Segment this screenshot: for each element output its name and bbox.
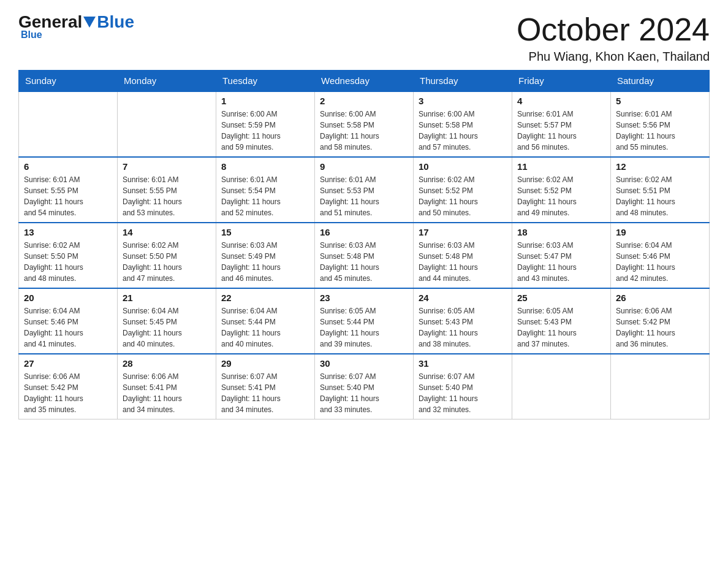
day-number: 30 [320,358,408,369]
logo: General Blue Blue [18,12,134,40]
calendar-cell: 31Sunrise: 6:07 AM Sunset: 5:40 PM Dayli… [414,354,512,419]
calendar-cell: 3Sunrise: 6:00 AM Sunset: 5:58 PM Daylig… [414,91,512,157]
logo-blue-text: Blue [97,12,134,32]
calendar-cell: 15Sunrise: 6:03 AM Sunset: 5:49 PM Dayli… [216,223,315,288]
day-number: 1 [221,96,309,106]
calendar-cell: 18Sunrise: 6:03 AM Sunset: 5:47 PM Dayli… [512,223,611,288]
day-number: 20 [24,293,112,303]
day-info: Sunrise: 6:02 AM Sunset: 5:50 PM Dayligh… [24,240,112,284]
calendar-cell: 30Sunrise: 6:07 AM Sunset: 5:40 PM Dayli… [315,354,414,419]
calendar-week-2: 6Sunrise: 6:01 AM Sunset: 5:55 PM Daylig… [19,157,710,223]
title-area: October 2024 Phu Wiang, Khon Kaen, Thail… [517,12,710,64]
day-number: 26 [616,293,704,303]
calendar-cell [611,354,710,419]
day-number: 8 [221,161,309,172]
calendar-cell: 8Sunrise: 6:01 AM Sunset: 5:54 PM Daylig… [216,157,315,223]
day-info: Sunrise: 6:01 AM Sunset: 5:55 PM Dayligh… [24,174,112,218]
calendar-cell [118,91,216,157]
calendar-week-5: 27Sunrise: 6:06 AM Sunset: 5:42 PM Dayli… [19,354,710,419]
day-number: 19 [616,227,704,237]
calendar-cell: 25Sunrise: 6:05 AM Sunset: 5:43 PM Dayli… [512,288,611,354]
calendar-header-thursday: Thursday [414,71,512,92]
day-number: 29 [221,358,309,369]
day-info: Sunrise: 6:04 AM Sunset: 5:44 PM Dayligh… [221,305,309,350]
day-number: 4 [517,96,605,106]
calendar-cell: 24Sunrise: 6:05 AM Sunset: 5:43 PM Dayli… [414,288,512,354]
calendar-cell: 6Sunrise: 6:01 AM Sunset: 5:55 PM Daylig… [19,157,118,223]
day-info: Sunrise: 6:04 AM Sunset: 5:46 PM Dayligh… [24,305,112,350]
day-info: Sunrise: 6:02 AM Sunset: 5:51 PM Dayligh… [616,174,704,218]
calendar-cell: 26Sunrise: 6:06 AM Sunset: 5:42 PM Dayli… [611,288,710,354]
day-number: 7 [123,161,211,172]
day-info: Sunrise: 6:01 AM Sunset: 5:55 PM Dayligh… [123,174,211,218]
day-info: Sunrise: 6:07 AM Sunset: 5:41 PM Dayligh… [221,371,309,415]
day-info: Sunrise: 6:01 AM Sunset: 5:54 PM Dayligh… [221,174,309,218]
day-info: Sunrise: 6:03 AM Sunset: 5:48 PM Dayligh… [419,240,507,284]
day-number: 6 [24,161,112,172]
day-number: 16 [320,227,408,237]
calendar-cell: 28Sunrise: 6:06 AM Sunset: 5:41 PM Dayli… [118,354,216,419]
calendar-header-saturday: Saturday [611,71,710,92]
day-number: 31 [419,358,507,369]
calendar-cell: 29Sunrise: 6:07 AM Sunset: 5:41 PM Dayli… [216,354,315,419]
calendar-cell: 23Sunrise: 6:05 AM Sunset: 5:44 PM Dayli… [315,288,414,354]
logo-triangle-icon [83,17,96,28]
day-number: 23 [320,293,408,303]
day-number: 11 [517,161,605,172]
calendar-header-sunday: Sunday [19,71,118,92]
day-info: Sunrise: 6:00 AM Sunset: 5:58 PM Dayligh… [320,109,408,153]
day-info: Sunrise: 6:01 AM Sunset: 5:57 PM Dayligh… [517,109,605,153]
calendar-cell: 12Sunrise: 6:02 AM Sunset: 5:51 PM Dayli… [611,157,710,223]
day-number: 18 [517,227,605,237]
day-info: Sunrise: 6:00 AM Sunset: 5:59 PM Dayligh… [221,109,309,153]
page-subtitle: Phu Wiang, Khon Kaen, Thailand [517,50,710,64]
day-number: 27 [24,358,112,369]
page-title: October 2024 [517,12,710,47]
day-number: 15 [221,227,309,237]
calendar-cell: 11Sunrise: 6:02 AM Sunset: 5:52 PM Dayli… [512,157,611,223]
day-info: Sunrise: 6:01 AM Sunset: 5:56 PM Dayligh… [616,109,704,153]
day-number: 5 [616,96,704,106]
day-number: 24 [419,293,507,303]
day-info: Sunrise: 6:03 AM Sunset: 5:49 PM Dayligh… [221,240,309,284]
calendar-cell: 16Sunrise: 6:03 AM Sunset: 5:48 PM Dayli… [315,223,414,288]
calendar-cell: 9Sunrise: 6:01 AM Sunset: 5:53 PM Daylig… [315,157,414,223]
calendar-cell: 27Sunrise: 6:06 AM Sunset: 5:42 PM Dayli… [19,354,118,419]
calendar-cell: 19Sunrise: 6:04 AM Sunset: 5:46 PM Dayli… [611,223,710,288]
calendar-cell: 5Sunrise: 6:01 AM Sunset: 5:56 PM Daylig… [611,91,710,157]
day-info: Sunrise: 6:07 AM Sunset: 5:40 PM Dayligh… [320,371,408,415]
day-info: Sunrise: 6:07 AM Sunset: 5:40 PM Dayligh… [419,371,507,415]
logo-underline: Blue [21,29,42,40]
day-number: 28 [123,358,211,369]
calendar-cell [19,91,118,157]
day-info: Sunrise: 6:05 AM Sunset: 5:43 PM Dayligh… [517,305,605,350]
calendar-header-row: SundayMondayTuesdayWednesdayThursdayFrid… [19,71,710,92]
day-number: 12 [616,161,704,172]
day-info: Sunrise: 6:04 AM Sunset: 5:45 PM Dayligh… [123,305,211,350]
calendar-header-monday: Monday [118,71,216,92]
day-info: Sunrise: 6:03 AM Sunset: 5:48 PM Dayligh… [320,240,408,284]
calendar-cell: 13Sunrise: 6:02 AM Sunset: 5:50 PM Dayli… [19,223,118,288]
calendar-cell: 1Sunrise: 6:00 AM Sunset: 5:59 PM Daylig… [216,91,315,157]
calendar-cell: 22Sunrise: 6:04 AM Sunset: 5:44 PM Dayli… [216,288,315,354]
calendar-cell: 17Sunrise: 6:03 AM Sunset: 5:48 PM Dayli… [414,223,512,288]
day-info: Sunrise: 6:06 AM Sunset: 5:41 PM Dayligh… [123,371,211,415]
day-number: 14 [123,227,211,237]
day-number: 21 [123,293,211,303]
day-info: Sunrise: 6:04 AM Sunset: 5:46 PM Dayligh… [616,240,704,284]
day-number: 3 [419,96,507,106]
page-header: General Blue Blue October 2024 Phu Wiang… [18,12,710,64]
day-info: Sunrise: 6:00 AM Sunset: 5:58 PM Dayligh… [419,109,507,153]
calendar-cell: 14Sunrise: 6:02 AM Sunset: 5:50 PM Dayli… [118,223,216,288]
day-number: 10 [419,161,507,172]
calendar-table: SundayMondayTuesdayWednesdayThursdayFrid… [18,70,710,419]
day-info: Sunrise: 6:02 AM Sunset: 5:50 PM Dayligh… [123,240,211,284]
day-info: Sunrise: 6:02 AM Sunset: 5:52 PM Dayligh… [517,174,605,218]
day-number: 2 [320,96,408,106]
calendar-cell: 7Sunrise: 6:01 AM Sunset: 5:55 PM Daylig… [118,157,216,223]
calendar-week-4: 20Sunrise: 6:04 AM Sunset: 5:46 PM Dayli… [19,288,710,354]
calendar-cell: 10Sunrise: 6:02 AM Sunset: 5:52 PM Dayli… [414,157,512,223]
day-number: 22 [221,293,309,303]
day-info: Sunrise: 6:06 AM Sunset: 5:42 PM Dayligh… [24,371,112,415]
calendar-header-wednesday: Wednesday [315,71,414,92]
